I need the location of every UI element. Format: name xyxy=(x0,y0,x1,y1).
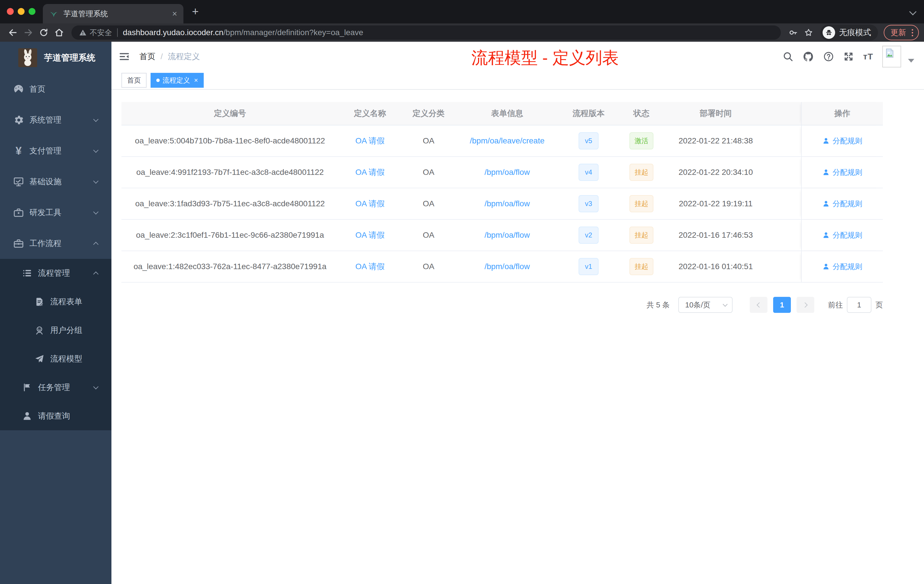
page-size-value: 10条/页 xyxy=(685,300,710,310)
status-badge: 挂起 xyxy=(629,195,653,212)
security-warning[interactable]: 不安全 xyxy=(79,28,112,38)
sidebar-collapse-button[interactable] xyxy=(111,42,137,71)
sidebar-item-label: 请假查询 xyxy=(38,411,70,421)
form-link[interactable]: /bpm/oa/leave/create xyxy=(470,136,544,145)
sidebar-item-payment-management[interactable]: ¥ 支付管理 xyxy=(0,135,111,166)
browser-tab[interactable]: 芋道管理系统 × xyxy=(43,4,183,23)
sidebar-item-leave-query[interactable]: 请假查询 xyxy=(0,402,111,430)
home-button[interactable] xyxy=(51,25,67,40)
tag-process-definition[interactable]: 流程定义 × xyxy=(150,73,204,88)
font-size-icon[interactable]: тT xyxy=(863,52,873,61)
chevron-left-icon xyxy=(757,302,762,307)
table-row: oa_leave:1:482ec033-762a-11ec-8477-a2380… xyxy=(121,251,883,282)
github-icon[interactable] xyxy=(803,51,814,62)
definition-name-link[interactable]: OA 请假 xyxy=(355,198,385,209)
sidebar-item-process-management[interactable]: 流程管理 xyxy=(0,259,111,287)
page-size-select[interactable]: 10条/页 xyxy=(678,297,733,313)
forward-button[interactable] xyxy=(21,25,36,40)
fullscreen-icon[interactable] xyxy=(843,51,854,62)
chevron-down-icon xyxy=(93,209,98,214)
browser-toolbar: 不安全 dashboard.yudao.iocoder.cn/bpm/manag… xyxy=(0,23,924,42)
sidebar-item-workflow[interactable]: 工作流程 xyxy=(0,228,111,259)
table-header-row: 定义编号 定义名称 定义分类 表单信息 流程版本 状态 部署时间 操作 xyxy=(121,102,883,125)
sidebar-item-dev-tools[interactable]: 研发工具 xyxy=(0,197,111,228)
pagination: 共 5 条 10条/页 1 前往 页 xyxy=(647,297,883,313)
column-header: 状态 xyxy=(619,102,664,125)
breadcrumb-home[interactable]: 首页 xyxy=(139,51,155,62)
browser-update-button[interactable]: 更新 xyxy=(884,25,919,40)
form-link[interactable]: /bpm/oa/flow xyxy=(485,231,530,240)
url-host: dashboard.yudao.iocoder.cn xyxy=(123,28,223,37)
tag-close-icon[interactable]: × xyxy=(194,77,198,84)
form-icon xyxy=(34,297,45,307)
bookmark-star-icon[interactable] xyxy=(801,25,816,40)
definition-name-link[interactable]: OA 请假 xyxy=(355,167,385,178)
address-bar[interactable]: 不安全 dashboard.yudao.iocoder.cn/bpm/manag… xyxy=(71,25,781,40)
sidebar-item-infrastructure[interactable]: 基础设施 xyxy=(0,166,111,197)
prev-page-button[interactable] xyxy=(750,297,767,313)
definition-category: OA xyxy=(401,251,456,282)
form-link[interactable]: /bpm/oa/flow xyxy=(485,262,530,271)
incognito-badge: 无痕模式 xyxy=(820,25,878,41)
chevron-down-icon xyxy=(93,147,98,153)
page-number-current[interactable]: 1 xyxy=(773,297,791,313)
form-link[interactable]: /bpm/oa/flow xyxy=(485,199,530,208)
incognito-label: 无痕模式 xyxy=(839,27,871,38)
sidebar-item-home[interactable]: 首页 xyxy=(0,74,111,105)
column-header: 部署时间 xyxy=(664,102,767,125)
browser-tab-strip: 芋道管理系统 × + xyxy=(0,0,924,23)
tag-label: 流程定义 xyxy=(163,76,190,85)
jump-page-input[interactable] xyxy=(847,297,871,313)
sidebar-item-user-group[interactable]: 用户分组 xyxy=(0,316,111,345)
breadcrumb-current: 流程定义 xyxy=(168,51,200,62)
sidebar-item-task-management[interactable]: 任务管理 xyxy=(0,373,111,402)
search-icon[interactable] xyxy=(782,51,794,62)
password-key-icon[interactable] xyxy=(785,25,801,40)
definition-id: oa_leave:4:991f2193-7b7f-11ec-a3c8-acde4… xyxy=(121,157,338,188)
avatar-caret-down-icon[interactable] xyxy=(908,59,914,63)
assign-rule-button[interactable]: 分配规则 xyxy=(822,230,862,240)
next-page-button[interactable] xyxy=(797,297,814,313)
sidebar-item-process-model[interactable]: 流程模型 xyxy=(0,345,111,373)
workflow-submenu: 流程管理 流程表单 用户分组 流程模型 xyxy=(0,259,111,430)
back-button[interactable] xyxy=(5,25,21,40)
sidebar-item-system-management[interactable]: 系统管理 xyxy=(0,105,111,135)
close-window-button[interactable] xyxy=(7,8,14,15)
sidebar: 芋道管理系统 首页 系统管理 ¥ 支付管理 基础设施 xyxy=(0,42,111,584)
help-icon[interactable] xyxy=(823,51,834,62)
pagination-total: 共 5 条 xyxy=(647,300,670,310)
broken-image-icon xyxy=(884,48,896,59)
tag-label: 首页 xyxy=(127,76,141,85)
status-badge: 激活 xyxy=(629,132,653,149)
tag-home[interactable]: 首页 xyxy=(121,73,147,88)
assign-rule-button[interactable]: 分配规则 xyxy=(822,199,862,209)
deploy-time: 2022-01-22 20:34:10 xyxy=(664,157,767,188)
table-row: oa_leave:2:3c1f0ef1-76b1-11ec-9c66-a2380… xyxy=(121,220,883,251)
form-link[interactable]: /bpm/oa/flow xyxy=(485,168,530,177)
definition-name-link[interactable]: OA 请假 xyxy=(355,261,385,272)
sidebar-item-process-form[interactable]: 流程表单 xyxy=(0,287,111,316)
tab-search-chevron-icon[interactable] xyxy=(909,8,916,15)
action-label: 分配规则 xyxy=(833,136,862,146)
browser-menu-kebab-icon[interactable] xyxy=(911,28,914,38)
assign-rule-button[interactable]: 分配规则 xyxy=(822,262,862,272)
reload-button[interactable] xyxy=(36,25,51,40)
briefcase-icon xyxy=(13,238,24,249)
paper-plane-icon xyxy=(34,354,45,364)
sidebar-item-label: 流程表单 xyxy=(50,296,82,307)
assign-rule-button[interactable]: 分配规则 xyxy=(822,167,862,177)
list-icon xyxy=(21,268,33,278)
avatar[interactable] xyxy=(882,46,901,68)
table-row: oa_leave:4:991f2193-7b7f-11ec-a3c8-acde4… xyxy=(121,157,883,188)
new-tab-button[interactable]: + xyxy=(192,5,198,18)
zoom-window-button[interactable] xyxy=(28,8,35,15)
minimize-window-button[interactable] xyxy=(18,8,25,15)
definition-category: OA xyxy=(401,157,456,188)
deploy-time: 2022-01-16 01:40:51 xyxy=(664,251,767,282)
assign-rule-button[interactable]: 分配规则 xyxy=(822,136,862,146)
tab-close-icon[interactable]: × xyxy=(172,10,177,18)
toolbox-icon xyxy=(13,207,24,218)
definition-name-link[interactable]: OA 请假 xyxy=(355,135,385,146)
sidebar-logo[interactable]: 芋道管理系统 xyxy=(0,42,111,74)
definition-name-link[interactable]: OA 请假 xyxy=(355,230,385,241)
